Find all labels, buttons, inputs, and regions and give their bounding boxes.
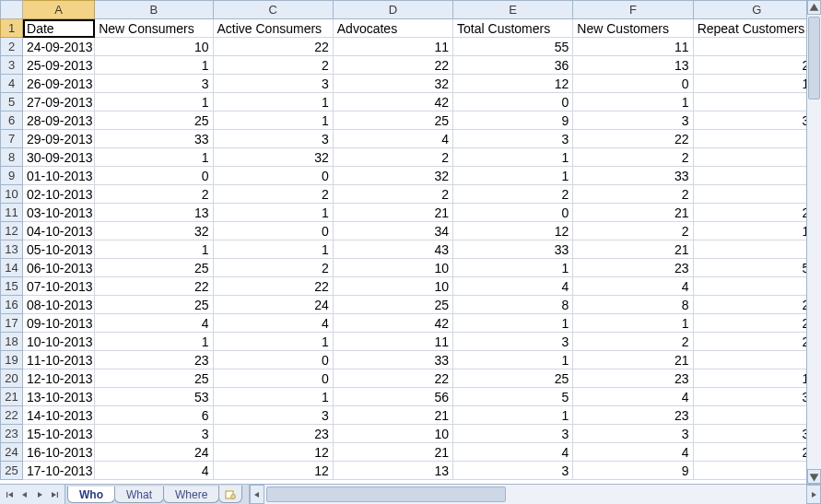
cell-E21[interactable]: 5 [453, 388, 573, 406]
cell-B3[interactable]: 1 [95, 56, 213, 75]
cell-F4[interactable]: 0 [573, 75, 693, 93]
scroll-down-button[interactable] [807, 469, 821, 484]
cell-D25[interactable]: 13 [333, 462, 452, 480]
row-header-24[interactable]: 24 [1, 443, 23, 462]
cell-C12[interactable]: 0 [213, 222, 333, 240]
row-header-15[interactable]: 15 [1, 277, 23, 296]
cell-B21[interactable]: 53 [95, 388, 213, 406]
cell-F21[interactable]: 4 [573, 388, 693, 406]
cell-G21[interactable]: 32 [693, 388, 820, 406]
cell-F12[interactable]: 2 [573, 222, 693, 240]
cell-A5[interactable]: 27-09-2013 [23, 93, 95, 111]
cell-A10[interactable]: 02-10-2013 [23, 185, 95, 204]
cell-A13[interactable]: 05-10-2013 [23, 240, 95, 259]
cell-B18[interactable]: 1 [95, 333, 213, 351]
cell-D20[interactable]: 22 [333, 369, 452, 388]
cell-G22[interactable]: 2 [693, 406, 820, 425]
cell-B8[interactable]: 1 [95, 148, 213, 167]
cell-D14[interactable]: 10 [333, 259, 452, 277]
cell-F25[interactable]: 9 [573, 462, 693, 480]
row-header-9[interactable]: 9 [1, 167, 23, 185]
row-header-8[interactable]: 8 [1, 148, 23, 167]
cell-E5[interactable]: 0 [453, 93, 573, 111]
scroll-right-button[interactable] [806, 485, 821, 504]
cell-D9[interactable]: 32 [333, 167, 452, 185]
cell-B13[interactable]: 1 [95, 240, 213, 259]
cell-D8[interactable]: 2 [333, 148, 452, 167]
cell-D4[interactable]: 32 [333, 75, 452, 93]
row-header-21[interactable]: 21 [1, 388, 23, 406]
cell-E13[interactable]: 33 [453, 240, 573, 259]
cell-F13[interactable]: 21 [573, 240, 693, 259]
cell-B17[interactable]: 4 [95, 314, 213, 333]
cell-F15[interactable]: 4 [573, 277, 693, 296]
cell-B1[interactable]: New Consumers [95, 19, 213, 38]
cell-D23[interactable]: 10 [333, 425, 452, 443]
cell-E24[interactable]: 4 [453, 443, 573, 462]
row-header-22[interactable]: 22 [1, 406, 23, 425]
col-header-E[interactable]: E [453, 1, 573, 19]
cell-D10[interactable]: 2 [333, 185, 452, 204]
cell-D6[interactable]: 25 [333, 111, 452, 130]
cell-G16[interactable]: 22 [693, 296, 820, 314]
cell-G17[interactable]: 24 [693, 314, 820, 333]
cell-B4[interactable]: 3 [95, 75, 213, 93]
cell-F18[interactable]: 2 [573, 333, 693, 351]
cell-F17[interactable]: 1 [573, 314, 693, 333]
cell-C15[interactable]: 22 [213, 277, 333, 296]
cell-C18[interactable]: 1 [213, 333, 333, 351]
cell-G1[interactable]: Repeat Customers [693, 19, 820, 38]
cell-D22[interactable]: 21 [333, 406, 452, 425]
cell-B14[interactable]: 25 [95, 259, 213, 277]
cell-A15[interactable]: 07-10-2013 [23, 277, 95, 296]
cell-B25[interactable]: 4 [95, 462, 213, 480]
cell-E25[interactable]: 3 [453, 462, 573, 480]
cell-F6[interactable]: 3 [573, 111, 693, 130]
cell-A14[interactable]: 06-10-2013 [23, 259, 95, 277]
cell-E11[interactable]: 0 [453, 204, 573, 222]
cell-A12[interactable]: 04-10-2013 [23, 222, 95, 240]
row-header-5[interactable]: 5 [1, 93, 23, 111]
cell-D15[interactable]: 10 [333, 277, 452, 296]
cell-D13[interactable]: 43 [333, 240, 452, 259]
row-header-17[interactable]: 17 [1, 314, 23, 333]
cell-E23[interactable]: 3 [453, 425, 573, 443]
cell-D24[interactable]: 21 [333, 443, 452, 462]
row-header-3[interactable]: 3 [1, 56, 23, 75]
cell-E1[interactable]: Total Customers [453, 19, 573, 38]
cell-B24[interactable]: 24 [95, 443, 213, 462]
cell-G15[interactable]: 4 [693, 277, 820, 296]
tab-nav-last-icon[interactable] [48, 488, 61, 501]
cell-C17[interactable]: 4 [213, 314, 333, 333]
cell-D19[interactable]: 33 [333, 351, 452, 369]
cell-E3[interactable]: 36 [453, 56, 573, 75]
cell-D7[interactable]: 4 [333, 130, 452, 148]
cell-G2[interactable]: 2 [693, 38, 820, 56]
cell-G25[interactable]: 6 [693, 462, 820, 480]
cell-E22[interactable]: 1 [453, 406, 573, 425]
cell-A23[interactable]: 15-10-2013 [23, 425, 95, 443]
row-header-16[interactable]: 16 [1, 296, 23, 314]
cell-D17[interactable]: 42 [333, 314, 452, 333]
cell-C9[interactable]: 0 [213, 167, 333, 185]
vscroll-track[interactable] [807, 15, 821, 469]
cell-B10[interactable]: 2 [95, 185, 213, 204]
cell-G9[interactable]: 0 [693, 167, 820, 185]
cell-G4[interactable]: 12 [693, 75, 820, 93]
cell-A22[interactable]: 14-10-2013 [23, 406, 95, 425]
cell-F19[interactable]: 21 [573, 351, 693, 369]
col-header-B[interactable]: B [95, 1, 213, 19]
cell-C24[interactable]: 12 [213, 443, 333, 462]
row-header-10[interactable]: 10 [1, 185, 23, 204]
horizontal-scrollbar[interactable] [249, 485, 821, 504]
tab-who[interactable]: Who [67, 486, 115, 503]
cell-B12[interactable]: 32 [95, 222, 213, 240]
cell-A21[interactable]: 13-10-2013 [23, 388, 95, 406]
cell-B11[interactable]: 13 [95, 204, 213, 222]
cell-B9[interactable]: 0 [95, 167, 213, 185]
cell-A7[interactable]: 29-09-2013 [23, 130, 95, 148]
cell-E16[interactable]: 8 [453, 296, 573, 314]
cell-A11[interactable]: 03-10-2013 [23, 204, 95, 222]
cell-C3[interactable]: 2 [213, 56, 333, 75]
cell-A9[interactable]: 01-10-2013 [23, 167, 95, 185]
